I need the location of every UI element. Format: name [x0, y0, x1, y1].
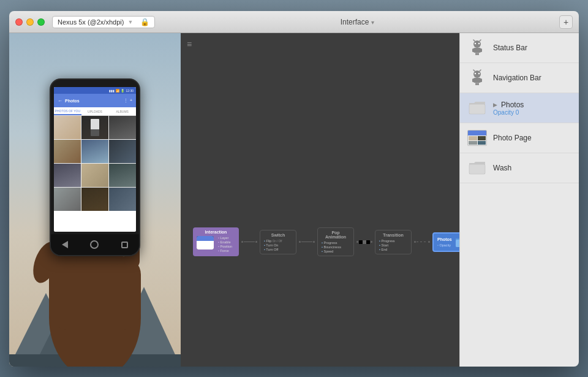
- layers-panel: Status Bar: [459, 33, 579, 367]
- svg-point-23: [473, 70, 481, 78]
- layer-status-bar-text: Status Bar: [493, 44, 571, 52]
- svg-line-22: [480, 40, 481, 41]
- layer-photo-page-text: Photo Page: [493, 134, 571, 142]
- layer-item-photos[interactable]: ▶ Photos Opacity 0: [460, 93, 579, 123]
- flow-node-switch[interactable]: Switch • Flip On / Off • Turn On • Turn …: [260, 230, 296, 254]
- phone-preview-panel: ▮▮▮📶🔋12:30 ← Photos ⋮ +: [9, 33, 181, 367]
- connector-2: [299, 241, 315, 243]
- android-robot-icon-2: [469, 69, 486, 86]
- layer-photos-text: ▶ Photos Opacity 0: [493, 101, 571, 116]
- svg-point-16: [478, 43, 480, 44]
- folder-icon-wash: [467, 158, 487, 178]
- svg-rect-29: [475, 83, 477, 85]
- layer-item-photo-page[interactable]: Photo Page: [460, 123, 579, 153]
- canvas-area[interactable]: ≡ Interaction • Layer • Enable • P: [181, 33, 459, 367]
- flow-node-pop-animation[interactable]: Pop Animation • Progress • Bounciness • …: [317, 227, 354, 256]
- svg-point-13: [473, 40, 481, 48]
- layer-navigation-bar-text: Navigation Bar: [493, 74, 571, 82]
- titlebar: Nexus 5x (@2x/xhdpi) ▼ 🔒 Interface ▾ +: [9, 11, 579, 33]
- svg-rect-28: [480, 78, 482, 82]
- connector-4: [414, 241, 430, 243]
- svg-point-25: [475, 73, 476, 74]
- svg-line-21: [473, 40, 475, 41]
- layer-item-status-bar[interactable]: Status Bar: [460, 33, 579, 63]
- svg-rect-30: [477, 83, 479, 85]
- layer-item-navigation-bar[interactable]: Navigation Bar: [460, 63, 579, 93]
- svg-rect-18: [480, 48, 482, 52]
- svg-rect-33: [469, 104, 485, 114]
- maximize-button[interactable]: [37, 18, 45, 26]
- svg-point-15: [475, 43, 476, 44]
- connector-3: [356, 240, 372, 244]
- device-label: Nexus 5x (@2x/xhdpi): [58, 18, 124, 26]
- svg-rect-24: [473, 78, 481, 83]
- menu-icon[interactable]: ≡: [187, 39, 192, 49]
- svg-rect-6: [49, 256, 141, 330]
- svg-rect-20: [477, 53, 479, 55]
- svg-rect-17: [472, 48, 474, 52]
- folder-plain-icon: [468, 160, 486, 176]
- svg-rect-14: [473, 48, 481, 53]
- hand-phone-image: ▮▮▮📶🔋12:30 ← Photos ⋮ +: [28, 60, 162, 367]
- svg-rect-34: [469, 164, 485, 174]
- layer-item-wash[interactable]: Wash: [460, 153, 579, 183]
- close-button[interactable]: [15, 18, 23, 26]
- main-content: ▮▮▮📶🔋12:30 ← Photos ⋮ +: [9, 33, 579, 367]
- svg-line-32: [480, 70, 481, 71]
- window-title: Interface ▾: [155, 18, 559, 26]
- flow-diagram: Interaction • Layer • Enable • Position …: [193, 227, 447, 256]
- lock-icon: 🔒: [140, 18, 149, 26]
- window-controls: [15, 18, 45, 26]
- device-selector[interactable]: Nexus 5x (@2x/xhdpi) ▼ 🔒: [52, 16, 155, 28]
- svg-rect-19: [475, 53, 477, 55]
- svg-line-31: [473, 70, 475, 71]
- layer-wash-text: Wash: [493, 164, 571, 172]
- photo-page-thumb: [467, 128, 487, 148]
- connector-1: [241, 241, 257, 243]
- flow-node-transition[interactable]: Transition • Progress • Start • End: [375, 230, 412, 254]
- main-window: Nexus 5x (@2x/xhdpi) ▼ 🔒 Interface ▾ +: [9, 11, 579, 367]
- add-button[interactable]: +: [559, 15, 573, 29]
- minimize-button[interactable]: [26, 18, 34, 26]
- flow-node-photos[interactable]: Photos • Opacity: [432, 232, 459, 252]
- svg-rect-12: [456, 240, 459, 247]
- svg-rect-27: [472, 78, 474, 82]
- svg-point-26: [478, 73, 480, 74]
- folder-icon: [468, 100, 486, 116]
- flow-node-interaction[interactable]: Interaction • Layer • Enable • Position …: [193, 227, 239, 256]
- android-icon-nav: [467, 68, 487, 88]
- android-robot-icon: [469, 39, 486, 56]
- android-icon-status: [467, 38, 487, 58]
- folder-icon-photos: [467, 98, 487, 118]
- disclosure-arrow: ▶: [493, 102, 497, 108]
